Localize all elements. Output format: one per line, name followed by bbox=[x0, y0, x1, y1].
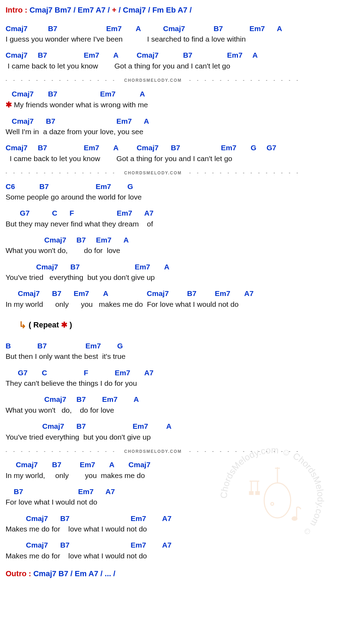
lyric-row: Makes me do for love what I would not do bbox=[6, 524, 336, 534]
ending-line-4: Cmaj7 B7 Em7 A7 Makes me do for love wha… bbox=[6, 540, 336, 561]
lyric-row: What you won't do, do for love bbox=[6, 246, 336, 255]
bridge-line-4: Cmaj7 B7 Em7 A You've tried everything b… bbox=[6, 262, 336, 283]
separator-2: - - - - - - - - - - - - - - - CHORDSMELO… bbox=[6, 170, 336, 176]
ending-line-1: Cmaj7 B7 Em7 A Cmaj7 In my world, only y… bbox=[6, 460, 336, 480]
verse-1-line-1: Cmaj7 B7 Em7 A Cmaj7 B7 Em7 A I guess yo… bbox=[6, 24, 336, 44]
lyric-text: My friends wonder what is wrong with me bbox=[12, 101, 148, 109]
outro-chords: Cmaj7 B7 / Em A7 / ... / bbox=[31, 569, 115, 578]
repeat-instruction: ↳ ( Repeat ✱ ) bbox=[19, 319, 336, 331]
chord-row: Cmaj7 B7 Em7 A bbox=[6, 395, 336, 404]
verse-2-line-3: Cmaj7 B7 Em7 A Cmaj7 B7 Em7 G G7 I came … bbox=[6, 143, 336, 164]
intro-plus: + bbox=[112, 6, 117, 14]
lyric-row: For love what I would not do bbox=[6, 497, 336, 507]
outro-line: Outro : Cmaj7 B7 / Em A7 / ... / bbox=[6, 569, 336, 579]
lyric-row: In my world, only you makes me do bbox=[6, 471, 336, 480]
lyric-row: In my world only you makes me do For lov… bbox=[6, 299, 336, 309]
verse-3-line-3: Cmaj7 B7 Em7 A What you won't do, do for… bbox=[6, 395, 336, 415]
chord-row: Cmaj7 B7 Em7 A bbox=[6, 262, 336, 272]
outro-label: Outro : bbox=[6, 569, 31, 578]
verse-2-line-2: Cmaj7 B7 Em7 A Well I'm in a daze from y… bbox=[6, 116, 336, 137]
lyric-row: I guess you wonder where I've been I sea… bbox=[6, 34, 336, 44]
chord-row: Cmaj7 B7 Em7 A7 bbox=[6, 540, 336, 550]
repeat-text: ( Repeat bbox=[27, 320, 61, 329]
verse-3-line-1: B B7 Em7 G But then I only want the best… bbox=[6, 341, 336, 362]
bridge-line-2: G7 C F Em7 A7 But they may never find wh… bbox=[6, 208, 336, 229]
ending-line-3: Cmaj7 B7 Em7 A7 Makes me do for love wha… bbox=[6, 514, 336, 534]
lyric-row: But they may never find what they dream … bbox=[6, 219, 336, 229]
chord-row: G7 C F Em7 A7 bbox=[6, 368, 336, 378]
lyric-row: You've tried everything but you don't gi… bbox=[6, 432, 336, 442]
verse-1-line-2: Cmaj7 B7 Em7 A Cmaj7 B7 Em7 A I came bac… bbox=[6, 50, 336, 71]
lyric-row: They can't believe the things I do for y… bbox=[6, 378, 336, 388]
chord-row: Cmaj7 B7 Em7 A Cmaj7 B7 Em7 A bbox=[6, 24, 336, 34]
bridge-line-3: Cmaj7 B7 Em7 A What you won't do, do for… bbox=[6, 235, 336, 256]
chord-row: Cmaj7 B7 Em7 A Cmaj7 B7 Em7 A bbox=[6, 50, 336, 60]
intro-label: Intro : bbox=[6, 6, 27, 14]
lyric-row: Well I'm in a daze from your love, you s… bbox=[6, 127, 336, 137]
chord-row: C6 B7 Em7 G bbox=[6, 182, 336, 191]
chord-row: Cmaj7 B7 Em7 A Cmaj7 bbox=[6, 460, 336, 470]
bridge-line-1: C6 B7 Em7 G Some people go around the wo… bbox=[6, 182, 336, 202]
chord-row: Cmaj7 B7 Em7 A Cmaj7 B7 Em7 G G7 bbox=[6, 143, 336, 153]
lyric-row: ✱ My friends wonder what is wrong with m… bbox=[6, 100, 336, 110]
intro-line: Intro : Cmaj7 Bm7 / Em7 A7 / + / Cmaj7 /… bbox=[6, 5, 336, 15]
chord-row: Cmaj7 B7 Em7 A Cmaj7 B7 Em7 A7 bbox=[6, 289, 336, 298]
chord-row: B7 Em7 A7 bbox=[6, 487, 336, 497]
repeat-close: ) bbox=[67, 320, 72, 329]
verse-3-line-4: Cmaj7 B7 Em7 A You've tried everything b… bbox=[6, 421, 336, 442]
lyric-row: Makes me do for love what I would not do bbox=[6, 551, 336, 561]
chord-row: Cmaj7 B7 Em7 A bbox=[6, 421, 336, 431]
intro-chords-1: Cmaj7 Bm7 / Em7 A7 / bbox=[27, 6, 112, 14]
chord-row: Cmaj7 B7 Em7 A bbox=[6, 235, 336, 245]
bridge-line-5: Cmaj7 B7 Em7 A Cmaj7 B7 Em7 A7 In my wor… bbox=[6, 289, 336, 309]
separator-brand: CHORDSMELODY.COM bbox=[124, 171, 182, 175]
lyric-row: I came back to let you know Got a thing … bbox=[6, 61, 336, 71]
separator-brand: CHORDSMELODY.COM bbox=[124, 78, 182, 83]
verse-2-line-1: Cmaj7 B7 Em7 A ✱ My friends wonder what … bbox=[6, 89, 336, 110]
chord-row: Cmaj7 B7 Em7 A7 bbox=[6, 514, 336, 523]
lyric-row: But then I only want the best it's true bbox=[6, 352, 336, 361]
lyric-row: I came back to let you know Got a thing … bbox=[6, 154, 336, 164]
lyric-row: You've tried everything but you don't gi… bbox=[6, 273, 336, 282]
chord-row: Cmaj7 B7 Em7 A bbox=[6, 89, 336, 99]
separator-3: - - - - - - - - - - - - - - - CHORDSMELO… bbox=[6, 448, 336, 455]
chord-row: G7 C F Em7 A7 bbox=[6, 208, 336, 218]
star-marker: ✱ bbox=[6, 100, 12, 109]
lyric-row: Some people go around the world for love bbox=[6, 192, 336, 202]
chord-row: B B7 Em7 G bbox=[6, 341, 336, 351]
chord-row: Cmaj7 B7 Em7 A bbox=[6, 116, 336, 126]
repeat-star: ✱ bbox=[61, 320, 67, 329]
lyric-row: What you won't do, do for love bbox=[6, 405, 336, 415]
verse-3-line-2: G7 C F Em7 A7 They can't believe the thi… bbox=[6, 368, 336, 389]
separator-1: - - - - - - - - - - - - - - - CHORDSMELO… bbox=[6, 77, 336, 84]
intro-chords-2: / Cmaj7 / Fm Eb A7 / bbox=[117, 6, 192, 14]
ending-line-2: B7 Em7 A7 For love what I would not do bbox=[6, 487, 336, 507]
repeat-arrow-icon: ↳ bbox=[19, 320, 27, 330]
separator-brand: CHORDSMELODY.COM bbox=[124, 449, 182, 454]
